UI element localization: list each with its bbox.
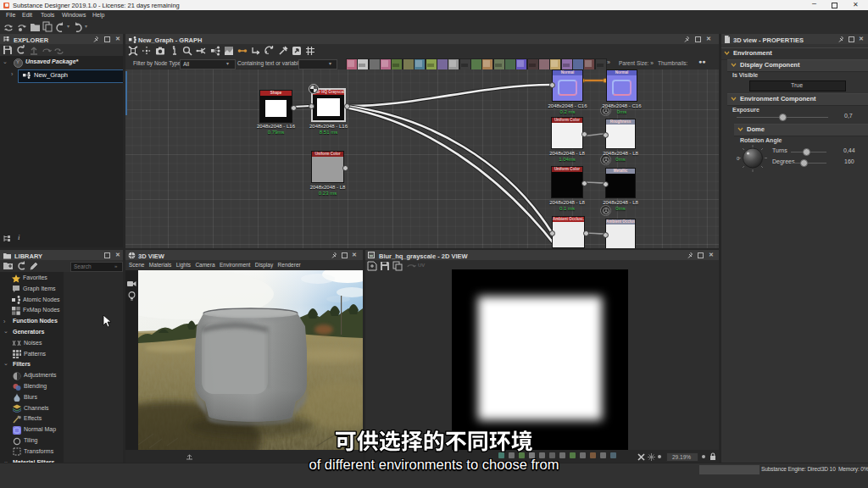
svg-text:0: 0: [737, 156, 740, 161]
